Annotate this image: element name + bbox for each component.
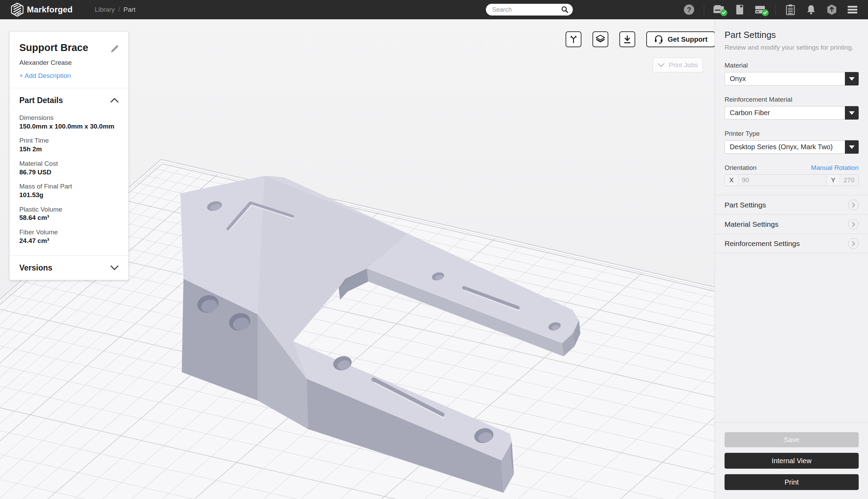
- chevron-up-icon: [110, 98, 119, 103]
- dropdown-arrow-icon: [845, 72, 859, 85]
- panel-actions: Save Internal View Print: [715, 422, 868, 499]
- axis-y-input[interactable]: [840, 175, 859, 186]
- layers-view-button[interactable]: [592, 31, 608, 47]
- help-icon[interactable]: ?: [683, 4, 695, 16]
- second-printer-status-icon[interactable]: [755, 4, 766, 16]
- reinforcement-label: Reinforcement Material: [725, 96, 859, 103]
- branch-icon: [569, 35, 578, 44]
- top-navbar: Markforged Library / Part ?: [0, 0, 868, 19]
- material-select[interactable]: Onyx: [725, 72, 859, 85]
- navbar-divider: [775, 4, 776, 15]
- dry-box-icon[interactable]: [734, 4, 746, 16]
- part-author: Alexander Crease: [19, 59, 119, 67]
- part-settings-panel: Part Settings Review and modify your set…: [715, 19, 868, 499]
- headset-icon: [654, 34, 664, 44]
- chevron-down-icon: [658, 63, 665, 67]
- upload-icon[interactable]: [826, 4, 838, 16]
- section-part-settings[interactable]: Part Settings: [715, 195, 868, 215]
- material-value: Onyx: [725, 75, 746, 83]
- get-support-label: Get Support: [668, 35, 708, 43]
- search-icon[interactable]: [561, 6, 569, 15]
- navbar-icons: ?: [683, 0, 858, 19]
- print-jobs-label: Print Jobs: [669, 61, 698, 69]
- detail-mass: Mass of Final Part 101.53g: [19, 182, 119, 199]
- markforged-logo[interactable]: Markforged: [11, 3, 73, 17]
- layers-icon: [596, 34, 605, 44]
- reinforcement-value: Carbon Fiber: [725, 109, 770, 117]
- markforged-logo-icon: [11, 3, 23, 17]
- chevron-right-icon: [848, 200, 859, 210]
- print-queue-icon[interactable]: [785, 4, 796, 16]
- search-input[interactable]: [486, 4, 573, 16]
- axis-y-cell: Y: [826, 175, 859, 186]
- download-icon: [623, 35, 631, 44]
- printer-type-label: Printer Type: [725, 130, 859, 138]
- detail-fiber-volume: Fiber Volume 24.47 cm³: [19, 228, 119, 245]
- axis-y-label: Y: [827, 176, 840, 184]
- print-button[interactable]: Print: [725, 474, 859, 490]
- printer-type-select[interactable]: Desktop Series (Onyx, Mark Two): [725, 140, 859, 154]
- settings-sections: Part Settings Material Settings Reinforc…: [715, 195, 868, 253]
- get-support-button[interactable]: Get Support: [646, 31, 715, 47]
- brand-name: Markforged: [27, 5, 73, 14]
- orientation-label: Orientation: [725, 164, 757, 172]
- print-jobs-button[interactable]: Print Jobs: [653, 58, 703, 72]
- second-printer-ok-badge: [762, 9, 769, 16]
- panel-title: Part Settings: [725, 19, 859, 40]
- internal-view-button[interactable]: Internal View: [725, 453, 859, 469]
- manual-rotation-link[interactable]: Manual Rotation: [811, 164, 859, 172]
- panel-subtitle: Review and modify your settings for prin…: [725, 44, 859, 51]
- chevron-down-icon: [110, 265, 119, 270]
- printer-status-icon[interactable]: [713, 4, 725, 16]
- add-description-link[interactable]: + Add Description: [19, 72, 71, 80]
- detail-plastic-volume: Plastic Volume 58.64 cm³: [19, 205, 119, 222]
- axis-x-input[interactable]: [738, 175, 826, 186]
- dropdown-arrow-icon: [845, 140, 859, 154]
- axis-x-cell: X: [725, 175, 826, 186]
- breadcrumb: Library / Part: [95, 6, 136, 13]
- part-details-toggle[interactable]: Part Details: [10, 88, 128, 112]
- edit-pencil-icon[interactable]: [110, 44, 119, 55]
- part-details-list: Dimensions 150.0mm x 100.0mm x 30.0mm Pr…: [10, 112, 128, 255]
- part-card-header: Support Brace Alexander Crease + Add Des…: [10, 32, 128, 88]
- material-label: Material: [725, 62, 859, 69]
- detail-dimensions: Dimensions 150.0mm x 100.0mm x 30.0mm: [19, 114, 119, 131]
- chevron-right-icon: [848, 238, 859, 249]
- breadcrumb-part: Part: [123, 6, 136, 13]
- detail-material-cost: Material Cost 86.79 USD: [19, 160, 119, 176]
- navbar-divider: [704, 4, 704, 15]
- viewport-toolbar: Get Support: [566, 31, 715, 47]
- printer-type-value: Desktop Series (Onyx, Mark Two): [725, 143, 833, 151]
- download-button[interactable]: [619, 31, 635, 47]
- part-title: Support Brace: [19, 42, 119, 53]
- printer-ok-badge: [720, 9, 727, 16]
- reinforcement-select[interactable]: Carbon Fiber: [725, 106, 859, 120]
- versions-toggle[interactable]: Versions: [10, 256, 128, 280]
- versions-title: Versions: [19, 263, 52, 273]
- eiger-app: Markforged Library / Part ?: [0, 0, 868, 499]
- menu-icon[interactable]: [847, 4, 858, 16]
- part-details-title: Part Details: [19, 96, 63, 105]
- section-material-settings[interactable]: Material Settings: [715, 215, 868, 234]
- section-reinforcement-settings[interactable]: Reinforcement Settings: [715, 234, 868, 253]
- search-box: [486, 4, 573, 16]
- version-branch-button[interactable]: [566, 31, 581, 47]
- part-info-card: Support Brace Alexander Crease + Add Des…: [9, 31, 129, 280]
- dropdown-arrow-icon: [845, 106, 859, 120]
- notifications-bell-icon[interactable]: [805, 4, 817, 16]
- breadcrumb-library[interactable]: Library: [95, 6, 115, 13]
- save-button[interactable]: Save: [725, 432, 859, 447]
- breadcrumb-separator: /: [118, 6, 120, 13]
- detail-print-time: Print Time 15h 2m: [19, 136, 119, 153]
- orientation-inputs: X Y Z: [725, 174, 859, 186]
- chevron-right-icon: [848, 219, 859, 230]
- axis-x-label: X: [725, 176, 738, 184]
